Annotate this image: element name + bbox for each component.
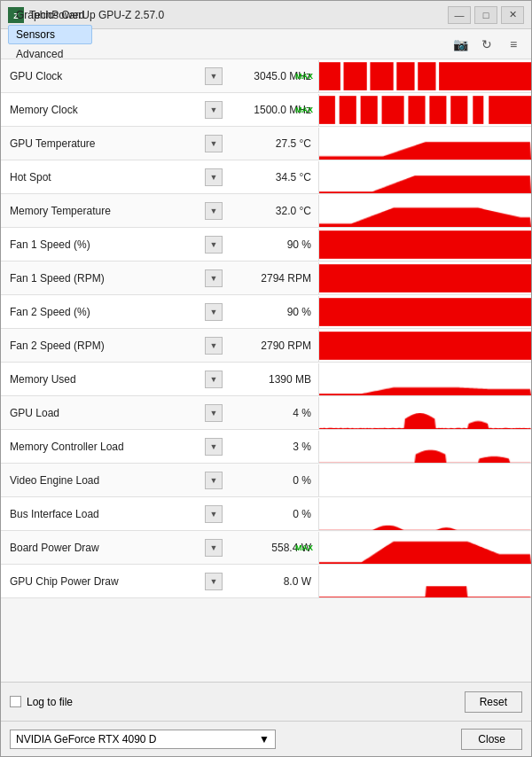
sensor-row-memory-used: Memory Used▼1390 MB bbox=[1, 363, 531, 396]
sensor-graph-gpu-clock bbox=[318, 60, 531, 92]
sensor-value-bus-interface-load: 0 % bbox=[293, 508, 311, 520]
sensor-label-gpu-chip-power-draw: GPU Chip Power Draw bbox=[10, 575, 205, 588]
sensor-row-video-engine-load: Video Engine Load▼0 % bbox=[1, 464, 531, 497]
sensor-row-hot-spot: Hot Spot▼34.5 °C bbox=[1, 160, 531, 194]
maximize-button[interactable]: □ bbox=[474, 6, 497, 24]
sensor-value-area-memory-temperature: 32.0 °C bbox=[230, 205, 318, 217]
sensor-label-memory-clock: Memory Clock bbox=[10, 104, 205, 116]
sensor-label-area-video-engine-load: Video Engine Load▼ bbox=[1, 472, 230, 489]
sensor-value-area-fan2-speed-pct: 90 % bbox=[230, 306, 318, 318]
gpu-selector-arrow: ▼ bbox=[259, 733, 270, 745]
sensor-row-fan1-speed-rpm: Fan 1 Speed (RPM)▼2794 RPM bbox=[1, 261, 531, 295]
sensor-label-area-gpu-temperature: GPU Temperature▼ bbox=[1, 135, 230, 152]
sensor-value-area-gpu-temperature: 27.5 °C bbox=[230, 137, 318, 150]
sensor-value-area-gpu-chip-power-draw: 8.0 W bbox=[230, 575, 318, 588]
camera-icon-button[interactable]: 📷 bbox=[450, 34, 471, 55]
sensor-dropdown-memory-temperature[interactable]: ▼ bbox=[205, 202, 223, 220]
gpu-selector[interactable]: NVIDIA GeForce RTX 4090 D ▼ bbox=[10, 730, 276, 749]
sensor-dropdown-gpu-load[interactable]: ▼ bbox=[205, 404, 223, 422]
refresh-icon-button[interactable]: ↻ bbox=[476, 34, 497, 55]
sensor-dropdown-gpu-clock[interactable]: ▼ bbox=[205, 67, 223, 85]
sensor-label-memory-temperature: Memory Temperature bbox=[10, 205, 205, 217]
sensor-row-board-power-draw: Board Power Draw▼MAX558.4 W bbox=[1, 531, 531, 565]
sensor-value-gpu-load: 4 % bbox=[293, 407, 311, 419]
sensor-graph-gpu-temperature bbox=[318, 128, 531, 160]
sensor-value-area-fan1-speed-rpm: 2794 RPM bbox=[230, 272, 318, 285]
reset-button[interactable]: Reset bbox=[465, 691, 522, 713]
sensor-dropdown-bus-interface-load[interactable]: ▼ bbox=[205, 505, 223, 523]
menu-item-graphics-card[interactable]: Graphics Card bbox=[8, 5, 92, 25]
window-controls: — □ ✕ bbox=[448, 6, 524, 24]
sensor-dropdown-fan2-speed-pct[interactable]: ▼ bbox=[205, 303, 223, 321]
sensor-dropdown-memory-controller-load[interactable]: ▼ bbox=[205, 438, 223, 456]
sensor-value-memory-controller-load: 3 % bbox=[293, 441, 311, 453]
sensor-dropdown-gpu-temperature[interactable]: ▼ bbox=[205, 135, 223, 152]
sensor-value-memory-temperature: 32.0 °C bbox=[276, 205, 311, 217]
sensor-dropdown-gpu-chip-power-draw[interactable]: ▼ bbox=[205, 573, 223, 590]
sensor-label-gpu-load: GPU Load bbox=[10, 407, 205, 419]
sensor-graph-bus-interface-load bbox=[318, 498, 531, 530]
sensor-label-area-fan1-speed-pct: Fan 1 Speed (%)▼ bbox=[1, 236, 230, 254]
sensor-label-area-memory-temperature: Memory Temperature▼ bbox=[1, 202, 230, 220]
sensor-label-hot-spot: Hot Spot bbox=[10, 171, 205, 183]
sensor-label-fan2-speed-pct: Fan 2 Speed (%) bbox=[10, 306, 205, 318]
sensor-label-memory-used: Memory Used bbox=[10, 373, 205, 386]
menu-bar: Graphics CardSensorsAdvancedValidation 📷… bbox=[1, 29, 531, 59]
sensor-value-hot-spot: 34.5 °C bbox=[276, 171, 311, 183]
sensor-label-fan1-speed-rpm: Fan 1 Speed (RPM) bbox=[10, 272, 205, 285]
sensor-label-area-gpu-clock: GPU Clock▼ bbox=[1, 67, 230, 85]
sensor-dropdown-memory-clock[interactable]: ▼ bbox=[205, 101, 223, 119]
window-close-button[interactable]: ✕ bbox=[501, 6, 524, 24]
sensor-max-label-board-power-draw: MAX bbox=[295, 543, 313, 552]
sensor-row-bus-interface-load: Bus Interface Load▼0 % bbox=[1, 497, 531, 531]
sensor-value-gpu-chip-power-draw: 8.0 W bbox=[284, 575, 311, 588]
sensor-label-gpu-clock: GPU Clock bbox=[10, 70, 205, 82]
status-bar: NVIDIA GeForce RTX 4090 D ▼ Close bbox=[1, 721, 531, 756]
sensor-graph-memory-temperature bbox=[318, 195, 531, 227]
menu-icon-button[interactable]: ≡ bbox=[503, 34, 524, 55]
log-to-file-checkbox[interactable] bbox=[10, 696, 21, 707]
sensor-label-area-board-power-draw: Board Power Draw▼ bbox=[1, 539, 230, 557]
sensor-value-area-memory-clock: MAX1500.0 MHz bbox=[230, 104, 318, 116]
sensor-row-memory-controller-load: Memory Controller Load▼3 % bbox=[1, 430, 531, 464]
gpu-name: NVIDIA GeForce RTX 4090 D bbox=[16, 733, 157, 745]
sensors-list: GPU Clock▼MAX3045.0 MHzMemory Clock▼MAX1… bbox=[1, 59, 531, 682]
log-to-file-checkbox-area[interactable]: Log to file bbox=[10, 696, 73, 708]
sensor-value-fan2-speed-pct: 90 % bbox=[287, 306, 311, 318]
sensor-row-fan2-speed-pct: Fan 2 Speed (%)▼90 % bbox=[1, 295, 531, 329]
sensor-value-area-video-engine-load: 0 % bbox=[230, 474, 318, 487]
sensor-value-area-fan1-speed-pct: 90 % bbox=[230, 238, 318, 251]
sensor-graph-memory-controller-load bbox=[318, 431, 531, 463]
sensor-graph-fan2-speed-pct bbox=[318, 296, 531, 328]
sensor-row-gpu-load: GPU Load▼4 % bbox=[1, 396, 531, 430]
sensor-label-area-fan2-speed-pct: Fan 2 Speed (%)▼ bbox=[1, 303, 230, 321]
sensor-value-area-fan2-speed-rpm: 2790 RPM bbox=[230, 339, 318, 352]
sensor-label-area-gpu-chip-power-draw: GPU Chip Power Draw▼ bbox=[1, 573, 230, 590]
sensor-dropdown-fan2-speed-rpm[interactable]: ▼ bbox=[205, 337, 223, 355]
sensor-label-video-engine-load: Video Engine Load bbox=[10, 474, 205, 487]
sensor-row-fan2-speed-rpm: Fan 2 Speed (RPM)▼2790 RPM bbox=[1, 329, 531, 363]
sensor-graph-fan1-speed-rpm bbox=[318, 262, 531, 294]
sensor-label-area-memory-clock: Memory Clock▼ bbox=[1, 101, 230, 119]
main-window: Z TechPowerUp GPU-Z 2.57.0 — □ ✕ Graphic… bbox=[0, 0, 532, 757]
sensor-dropdown-memory-used[interactable]: ▼ bbox=[205, 371, 223, 388]
sensor-dropdown-board-power-draw[interactable]: ▼ bbox=[205, 539, 223, 557]
sensor-value-area-hot-spot: 34.5 °C bbox=[230, 171, 318, 183]
sensor-graph-gpu-load bbox=[318, 397, 531, 429]
sensor-value-fan1-speed-pct: 90 % bbox=[287, 238, 311, 251]
sensor-value-area-memory-controller-load: 3 % bbox=[230, 441, 318, 453]
sensor-graph-memory-clock bbox=[318, 94, 531, 126]
sensor-dropdown-fan1-speed-rpm[interactable]: ▼ bbox=[205, 269, 223, 287]
close-button[interactable]: Close bbox=[461, 729, 522, 750]
sensor-dropdown-video-engine-load[interactable]: ▼ bbox=[205, 472, 223, 489]
sensor-graph-fan2-speed-rpm bbox=[318, 330, 531, 362]
minimize-button[interactable]: — bbox=[448, 6, 471, 24]
menu-item-sensors[interactable]: Sensors bbox=[8, 25, 92, 44]
sensor-dropdown-fan1-speed-pct[interactable]: ▼ bbox=[205, 236, 223, 254]
sensor-label-area-memory-controller-load: Memory Controller Load▼ bbox=[1, 438, 230, 456]
footer-right: Reset bbox=[465, 691, 522, 713]
sensor-value-gpu-temperature: 27.5 °C bbox=[276, 137, 311, 150]
log-to-file-label: Log to file bbox=[27, 696, 73, 708]
sensor-dropdown-hot-spot[interactable]: ▼ bbox=[205, 168, 223, 186]
sensor-value-area-gpu-clock: MAX3045.0 MHz bbox=[230, 70, 318, 82]
